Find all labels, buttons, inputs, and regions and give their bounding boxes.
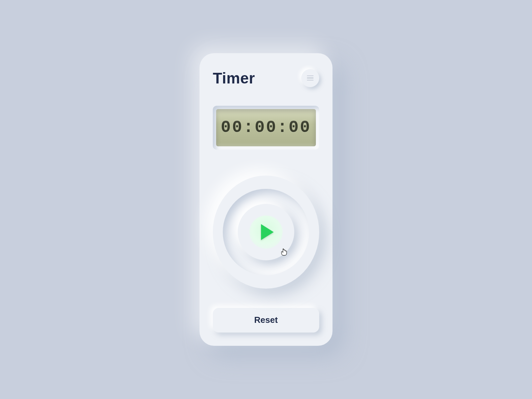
timer-value: 00:00:00: [221, 118, 311, 137]
reset-button[interactable]: Reset: [213, 308, 319, 332]
menu-icon: [307, 75, 314, 76]
play-icon: [261, 224, 274, 240]
menu-icon: [307, 80, 314, 81]
timer-display-well: 00:00:00: [213, 106, 319, 150]
menu-button[interactable]: [301, 69, 319, 87]
dial-ring-inner: [238, 204, 294, 260]
dial-ring-outer: [213, 176, 319, 289]
timer-display: 00:00:00: [216, 109, 316, 146]
play-button[interactable]: [249, 215, 283, 249]
reset-button-label: Reset: [254, 315, 278, 325]
menu-icon: [307, 77, 314, 78]
header: Timer: [213, 69, 319, 87]
page-title: Timer: [213, 69, 255, 87]
phone-frame: Timer 00:00:00: [200, 53, 332, 346]
dial-area: [213, 166, 319, 299]
app-stage: Timer 00:00:00: [55, 41, 477, 358]
dial-ring-groove: [223, 189, 309, 275]
